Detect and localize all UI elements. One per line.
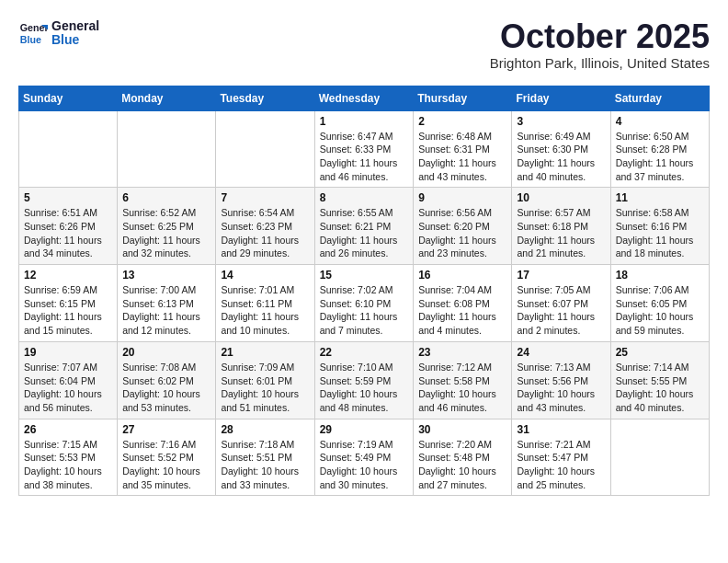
calendar-cell: 14Sunrise: 7:01 AM Sunset: 6:11 PM Dayli… — [216, 265, 314, 342]
weekday-header-sunday: Sunday — [19, 86, 118, 110]
calendar-cell: 15Sunrise: 7:02 AM Sunset: 6:10 PM Dayli… — [314, 265, 414, 342]
location: Brighton Park, Illinois, United States — [490, 55, 710, 71]
calendar-cell: 26Sunrise: 7:15 AM Sunset: 5:53 PM Dayli… — [19, 419, 118, 496]
calendar-week-5: 26Sunrise: 7:15 AM Sunset: 5:53 PM Dayli… — [19, 419, 710, 496]
day-info: Sunrise: 7:08 AM Sunset: 6:02 PM Dayligh… — [122, 361, 210, 415]
day-info: Sunrise: 7:00 AM Sunset: 6:13 PM Dayligh… — [122, 283, 210, 338]
day-number: 22 — [320, 346, 409, 359]
logo: General Blue General Blue — [18, 18, 99, 48]
calendar-week-2: 5Sunrise: 6:51 AM Sunset: 6:26 PM Daylig… — [19, 188, 710, 265]
logo-icon: General Blue — [18, 18, 48, 48]
logo-blue: Blue — [51, 33, 99, 47]
calendar-cell: 2Sunrise: 6:48 AM Sunset: 6:31 PM Daylig… — [414, 110, 512, 188]
day-info: Sunrise: 6:51 AM Sunset: 6:26 PM Dayligh… — [24, 206, 112, 260]
weekday-header-wednesday: Wednesday — [314, 86, 414, 110]
calendar-cell — [610, 419, 709, 496]
day-info: Sunrise: 7:04 AM Sunset: 6:08 PM Dayligh… — [418, 283, 506, 338]
day-number: 23 — [418, 346, 506, 359]
day-number: 19 — [24, 346, 112, 359]
calendar-cell: 13Sunrise: 7:00 AM Sunset: 6:13 PM Dayli… — [118, 265, 216, 342]
day-number: 5 — [24, 191, 112, 204]
day-info: Sunrise: 6:58 AM Sunset: 6:16 PM Dayligh… — [616, 206, 704, 260]
day-number: 11 — [616, 191, 704, 204]
day-info: Sunrise: 7:12 AM Sunset: 5:58 PM Dayligh… — [418, 361, 506, 415]
day-number: 21 — [221, 346, 309, 359]
day-info: Sunrise: 6:47 AM Sunset: 6:33 PM Dayligh… — [320, 130, 409, 184]
day-info: Sunrise: 7:09 AM Sunset: 6:01 PM Dayligh… — [221, 361, 309, 415]
day-number: 25 — [616, 346, 704, 359]
calendar-cell: 23Sunrise: 7:12 AM Sunset: 5:58 PM Dayli… — [414, 341, 512, 419]
calendar-cell: 31Sunrise: 7:21 AM Sunset: 5:47 PM Dayli… — [512, 419, 610, 496]
day-info: Sunrise: 7:02 AM Sunset: 6:10 PM Dayligh… — [320, 283, 409, 338]
day-number: 26 — [24, 423, 112, 436]
calendar-cell: 22Sunrise: 7:10 AM Sunset: 5:59 PM Dayli… — [314, 341, 414, 419]
day-number: 16 — [418, 269, 506, 282]
day-info: Sunrise: 6:57 AM Sunset: 6:18 PM Dayligh… — [517, 206, 605, 260]
calendar-cell: 18Sunrise: 7:06 AM Sunset: 6:05 PM Dayli… — [610, 265, 709, 342]
calendar-table: SundayMondayTuesdayWednesdayThursdayFrid… — [18, 86, 710, 497]
calendar-cell: 12Sunrise: 6:59 AM Sunset: 6:15 PM Dayli… — [19, 265, 118, 342]
day-info: Sunrise: 6:48 AM Sunset: 6:31 PM Dayligh… — [418, 130, 506, 184]
calendar-cell: 5Sunrise: 6:51 AM Sunset: 6:26 PM Daylig… — [19, 188, 118, 265]
day-info: Sunrise: 7:16 AM Sunset: 5:52 PM Dayligh… — [122, 438, 210, 492]
weekday-header-thursday: Thursday — [414, 86, 512, 110]
day-number: 29 — [320, 423, 409, 436]
calendar-cell — [19, 110, 118, 188]
calendar-cell: 17Sunrise: 7:05 AM Sunset: 6:07 PM Dayli… — [512, 265, 610, 342]
day-number: 18 — [616, 269, 704, 282]
calendar-cell: 19Sunrise: 7:07 AM Sunset: 6:04 PM Dayli… — [19, 341, 118, 419]
day-info: Sunrise: 6:49 AM Sunset: 6:30 PM Dayligh… — [517, 130, 605, 184]
day-info: Sunrise: 6:52 AM Sunset: 6:25 PM Dayligh… — [122, 206, 210, 260]
day-number: 14 — [221, 269, 309, 282]
day-number: 31 — [517, 423, 605, 436]
day-number: 15 — [320, 269, 409, 282]
calendar-cell — [216, 110, 314, 188]
calendar-cell: 28Sunrise: 7:18 AM Sunset: 5:51 PM Dayli… — [216, 419, 314, 496]
day-info: Sunrise: 6:55 AM Sunset: 6:21 PM Dayligh… — [320, 206, 409, 260]
day-info: Sunrise: 6:56 AM Sunset: 6:20 PM Dayligh… — [418, 206, 506, 260]
day-number: 27 — [122, 423, 210, 436]
calendar-cell: 1Sunrise: 6:47 AM Sunset: 6:33 PM Daylig… — [314, 110, 414, 188]
day-info: Sunrise: 7:21 AM Sunset: 5:47 PM Dayligh… — [517, 438, 605, 492]
calendar-cell: 4Sunrise: 6:50 AM Sunset: 6:28 PM Daylig… — [610, 110, 709, 188]
calendar-cell: 10Sunrise: 6:57 AM Sunset: 6:18 PM Dayli… — [512, 188, 610, 265]
day-info: Sunrise: 6:54 AM Sunset: 6:23 PM Dayligh… — [221, 206, 309, 260]
weekday-header-friday: Friday — [512, 86, 610, 110]
calendar-cell: 25Sunrise: 7:14 AM Sunset: 5:55 PM Dayli… — [610, 341, 709, 419]
calendar-cell: 7Sunrise: 6:54 AM Sunset: 6:23 PM Daylig… — [216, 188, 314, 265]
weekday-header-monday: Monday — [118, 86, 216, 110]
day-info: Sunrise: 7:06 AM Sunset: 6:05 PM Dayligh… — [616, 283, 704, 338]
day-number: 28 — [221, 423, 309, 436]
day-info: Sunrise: 6:59 AM Sunset: 6:15 PM Dayligh… — [24, 283, 112, 338]
day-number: 30 — [418, 423, 506, 436]
logo-general: General — [51, 19, 99, 33]
day-number: 8 — [320, 191, 409, 204]
title-block: October 2025 Brighton Park, Illinois, Un… — [490, 18, 710, 71]
day-number: 12 — [24, 269, 112, 282]
day-number: 4 — [616, 115, 704, 128]
day-info: Sunrise: 7:15 AM Sunset: 5:53 PM Dayligh… — [24, 438, 112, 492]
day-info: Sunrise: 7:05 AM Sunset: 6:07 PM Dayligh… — [517, 283, 605, 338]
page-header: General Blue General Blue October 2025 B… — [18, 18, 710, 71]
day-number: 20 — [122, 346, 210, 359]
calendar-cell: 24Sunrise: 7:13 AM Sunset: 5:56 PM Dayli… — [512, 341, 610, 419]
day-info: Sunrise: 7:18 AM Sunset: 5:51 PM Dayligh… — [221, 438, 309, 492]
svg-text:General: General — [20, 22, 48, 33]
day-number: 17 — [517, 269, 605, 282]
weekday-header-tuesday: Tuesday — [216, 86, 314, 110]
calendar-cell: 30Sunrise: 7:20 AM Sunset: 5:48 PM Dayli… — [414, 419, 512, 496]
day-number: 1 — [320, 115, 409, 128]
calendar-cell: 11Sunrise: 6:58 AM Sunset: 6:16 PM Dayli… — [610, 188, 709, 265]
calendar-cell: 20Sunrise: 7:08 AM Sunset: 6:02 PM Dayli… — [118, 341, 216, 419]
svg-text:Blue: Blue — [20, 34, 41, 45]
day-info: Sunrise: 6:50 AM Sunset: 6:28 PM Dayligh… — [616, 130, 704, 184]
day-number: 10 — [517, 191, 605, 204]
calendar-cell: 3Sunrise: 6:49 AM Sunset: 6:30 PM Daylig… — [512, 110, 610, 188]
day-info: Sunrise: 7:01 AM Sunset: 6:11 PM Dayligh… — [221, 283, 309, 338]
calendar-week-3: 12Sunrise: 6:59 AM Sunset: 6:15 PM Dayli… — [19, 265, 710, 342]
day-number: 2 — [418, 115, 506, 128]
calendar-cell: 21Sunrise: 7:09 AM Sunset: 6:01 PM Dayli… — [216, 341, 314, 419]
calendar-cell: 6Sunrise: 6:52 AM Sunset: 6:25 PM Daylig… — [118, 188, 216, 265]
day-info: Sunrise: 7:10 AM Sunset: 5:59 PM Dayligh… — [320, 361, 409, 415]
day-number: 7 — [221, 191, 309, 204]
